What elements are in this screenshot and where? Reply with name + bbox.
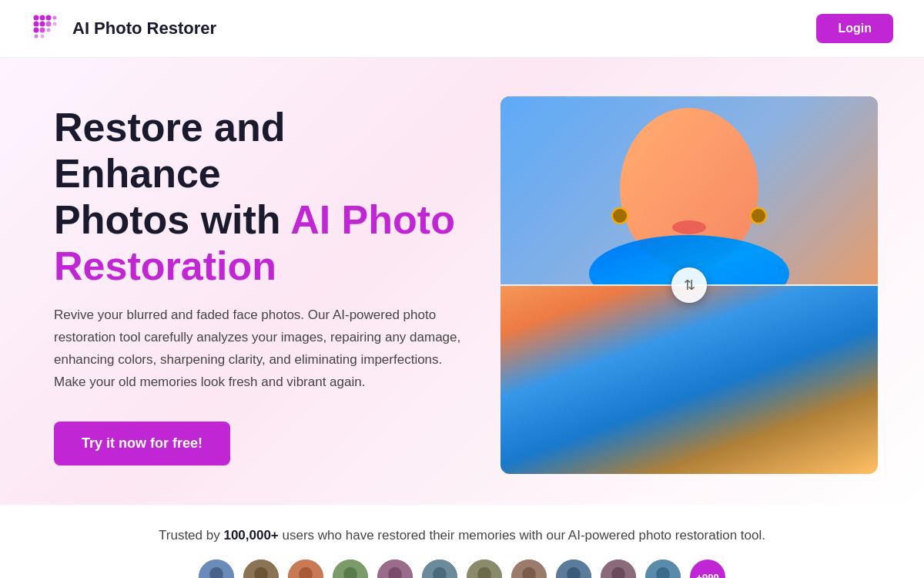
cta-button[interactable]: Try it now for free!: [54, 422, 230, 465]
login-button[interactable]: Login: [816, 14, 893, 43]
after-portrait: [500, 96, 878, 285]
svg-point-6: [46, 22, 52, 27]
svg-point-22: [672, 220, 706, 234]
svg-point-5: [40, 22, 45, 27]
comparison-image: ⇅: [500, 96, 878, 474]
svg-point-3: [53, 16, 57, 20]
after-image: [500, 285, 878, 474]
svg-point-9: [40, 28, 45, 33]
hero-heading: Restore and Enhance Photos with AI Photo…: [54, 105, 462, 289]
hero-heading-line1: Restore and Enhance: [54, 105, 286, 196]
handle-arrows-icon: ⇅: [684, 278, 695, 292]
hero-section: Restore and Enhance Photos with AI Photo…: [0, 58, 924, 505]
hero-heading-line2: Photos with: [54, 197, 290, 242]
svg-point-10: [47, 29, 51, 32]
avatar-5: [375, 557, 415, 578]
svg-point-24: [751, 208, 766, 223]
hero-description: Revive your blurred and faded face photo…: [54, 304, 462, 394]
avatar-2: [241, 557, 281, 578]
brand-logo: [31, 12, 63, 45]
comparison-handle[interactable]: ⇅: [671, 267, 707, 303]
svg-point-4: [34, 22, 39, 27]
navigation: AI Photo Restorer Login: [0, 0, 924, 58]
trust-section: Trusted by 100,000+ users who have resto…: [0, 505, 924, 578]
brand-title: AI Photo Restorer: [72, 18, 216, 39]
avatar-8: [509, 557, 549, 578]
brand: AI Photo Restorer: [31, 12, 216, 45]
avatar-9: [554, 557, 594, 578]
svg-point-2: [46, 15, 52, 21]
trust-highlight: 100,000+: [223, 528, 278, 543]
avatar-4: [330, 557, 370, 578]
svg-point-12: [41, 35, 45, 39]
avatar-10: [598, 557, 638, 578]
trust-prefix: Trusted by: [159, 528, 223, 543]
avatar-11: [643, 557, 683, 578]
trust-suffix: users who have restored their memories w…: [279, 528, 765, 543]
avatar-6: [420, 557, 460, 578]
avatar-7: [464, 557, 504, 578]
avatar-3: [286, 557, 326, 578]
svg-point-23: [612, 208, 628, 223]
svg-point-11: [35, 35, 38, 39]
svg-point-1: [40, 15, 45, 21]
hero-content: Restore and Enhance Photos with AI Photo…: [54, 105, 462, 465]
avatar-1: [196, 557, 236, 578]
svg-point-7: [53, 22, 57, 26]
svg-point-0: [34, 15, 39, 21]
svg-point-8: [34, 28, 39, 33]
trust-text: Trusted by 100,000+ users who have resto…: [31, 528, 893, 543]
avatars-row: +999: [31, 557, 893, 578]
avatar-more-count: +999: [688, 557, 728, 578]
